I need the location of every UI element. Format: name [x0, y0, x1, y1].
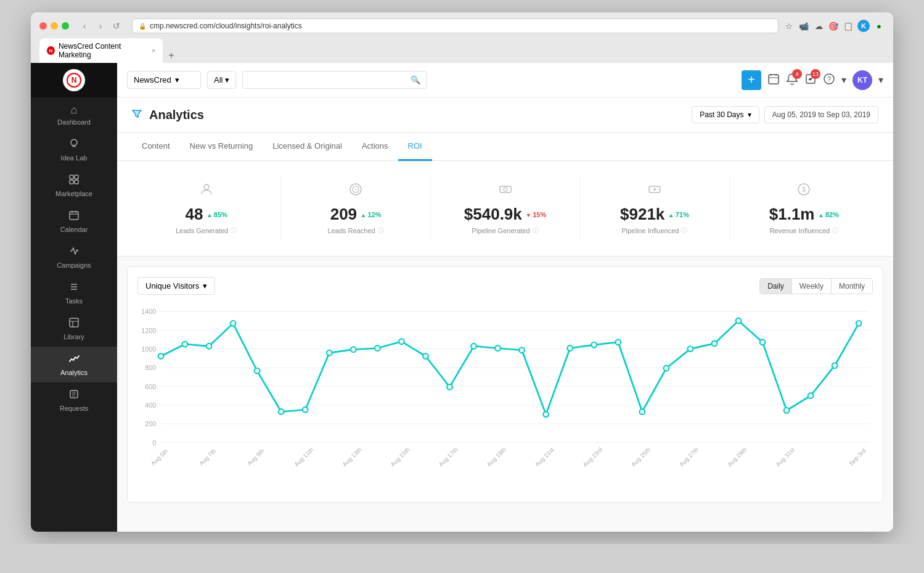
active-tab[interactable]: N NewsCred Content Marketing ×	[39, 38, 163, 63]
close-button[interactable]	[39, 22, 47, 30]
filter-label: All	[214, 75, 223, 85]
chart-metric-dropdown[interactable]: Unique Visitors ▾	[137, 277, 215, 295]
x-label-aug17: Aug 17th	[437, 446, 459, 468]
browser-tabs: N NewsCred Content Marketing × +	[39, 38, 885, 63]
sidebar-item-calendar[interactable]: Calendar	[31, 204, 117, 239]
x-label-aug9: Aug 9th	[246, 447, 266, 467]
svg-point-14	[204, 184, 209, 189]
tab-licensed-original[interactable]: Licensed & Original	[263, 133, 352, 161]
chart-dot-21	[664, 366, 669, 371]
pipeline-inf-label: Pipeline Influenced ⓘ	[621, 226, 687, 235]
revenue-inf-info-icon: ⓘ	[832, 226, 838, 235]
address-bar[interactable]: 🔒 cmp.newscred.com/cloud/insights/roi-an…	[132, 19, 779, 33]
period-monthly[interactable]: Monthly	[832, 279, 872, 294]
sidebar-item-idea-lab[interactable]: Idea Lab	[31, 132, 117, 168]
filter-funnel-icon[interactable]	[132, 109, 142, 121]
pipeline-inf-change: 71%	[668, 211, 689, 218]
leads-reach-label: Leads Reached ⓘ	[328, 226, 384, 235]
chart-dot-9	[375, 345, 380, 351]
sidebar-label-marketplace: Marketplace	[55, 190, 92, 197]
svg-point-21	[653, 188, 656, 191]
org-name: NewsCred	[134, 75, 171, 85]
extension-icon-3[interactable]: 🎯	[828, 20, 839, 31]
svg-rect-4	[75, 175, 78, 179]
y-label-1200: 1200	[141, 327, 156, 334]
chart-dot-20	[639, 409, 645, 414]
tab-roi[interactable]: ROI	[398, 133, 432, 161]
calendar-icon-btn[interactable]	[767, 73, 780, 88]
x-label-aug31: Aug 31st	[774, 446, 796, 468]
notification-badge: 4	[792, 69, 802, 79]
x-label-aug29: Aug 29th	[726, 446, 748, 468]
x-label-sep3: Sep 3rd	[848, 447, 867, 467]
sidebar-item-requests[interactable]: Requests	[31, 382, 117, 418]
sidebar-item-marketplace[interactable]: Marketplace	[31, 168, 117, 204]
tab-close-icon[interactable]: ×	[152, 47, 155, 54]
pipeline-gen-icon	[498, 182, 513, 200]
sidebar-item-dashboard[interactable]: ⌂ Dashboard	[31, 97, 117, 132]
x-label-aug11: Aug 11th	[293, 446, 314, 468]
chart-svg-wrapper: 1400 1200 1000 800 600 400 200 0	[137, 305, 873, 492]
profile-icon[interactable]: K	[857, 20, 870, 32]
back-button[interactable]: ‹	[79, 20, 90, 31]
minimize-button[interactable]	[51, 22, 58, 30]
campaigns-icon	[68, 245, 80, 260]
chart-dot-13	[471, 344, 476, 349]
revenue-inf-label: Revenue Influenced ⓘ	[769, 226, 838, 235]
sidebar-item-tasks[interactable]: Tasks	[31, 275, 117, 311]
marketplace-icon	[68, 174, 80, 188]
extension-icon-5[interactable]: ●	[873, 20, 885, 31]
add-button[interactable]: +	[742, 70, 761, 90]
filter-dropdown[interactable]: All ▾	[207, 71, 236, 89]
chart-dot-18	[591, 342, 597, 348]
chart-dot-5	[279, 409, 284, 414]
metric-pipeline-influenced: $921k 71% Pipeline Influenced ⓘ	[580, 176, 729, 241]
sidebar-item-analytics[interactable]: Analytics	[31, 347, 117, 382]
svg-rect-6	[75, 180, 78, 184]
browser-chrome: ‹ › ↺ 🔒 cmp.newscred.com/cloud/insights/…	[31, 12, 893, 63]
leads-gen-label: Leads Generated ⓘ	[176, 226, 237, 235]
star-icon[interactable]: ☆	[783, 20, 795, 31]
chart-dot-7	[327, 350, 332, 356]
forward-button[interactable]: ›	[95, 20, 106, 31]
user-avatar[interactable]: KT	[852, 70, 872, 90]
content-header: Analytics Past 30 Days ▾ Aug 05, 2019 to…	[117, 97, 893, 133]
leads-reach-icon	[348, 182, 363, 200]
search-box[interactable]: 🔍	[242, 71, 427, 89]
tab-content[interactable]: Content	[132, 133, 180, 161]
period-daily[interactable]: Daily	[760, 279, 792, 294]
sidebar-label-campaigns: Campaigns	[57, 262, 91, 269]
org-selector[interactable]: NewsCred ▾	[127, 71, 201, 89]
pipeline-inf-value: $921k 71%	[620, 205, 689, 224]
y-label-0: 0	[152, 439, 156, 447]
maximize-button[interactable]	[62, 22, 69, 30]
new-tab-button[interactable]: +	[164, 48, 179, 63]
help-icon-btn[interactable]: ?	[823, 73, 835, 88]
refresh-button[interactable]: ↺	[111, 20, 122, 31]
date-range-label: Past 30 Days	[700, 110, 743, 119]
extension-icon-2[interactable]: ☁	[813, 20, 824, 31]
sidebar-item-campaigns[interactable]: Campaigns	[31, 239, 117, 275]
date-range-button[interactable]: Past 30 Days ▾	[692, 106, 759, 123]
chart-dot-16	[543, 412, 549, 418]
chart-dot-27	[808, 393, 814, 398]
search-input[interactable]	[249, 75, 411, 85]
avatar-dropdown-icon[interactable]: ▾	[878, 74, 883, 86]
tasks-icon-btn[interactable]: 13	[804, 73, 817, 88]
x-label-aug13: Aug 13th	[341, 446, 362, 468]
date-controls: Past 30 Days ▾ Aug 05, 2019 to Sep 03, 2…	[692, 106, 878, 123]
settings-dropdown-icon[interactable]: ▾	[841, 74, 846, 86]
svg-rect-3	[70, 175, 73, 179]
tab-actions[interactable]: Actions	[352, 133, 398, 161]
tab-new-vs-returning[interactable]: New vs Returning	[180, 133, 263, 161]
extension-icon-4[interactable]: 📋	[843, 20, 854, 31]
notifications-icon-btn[interactable]: 4	[786, 73, 798, 88]
page-title: Analytics	[149, 108, 692, 122]
chart-dot-12	[447, 384, 452, 390]
period-weekly[interactable]: Weekly	[792, 279, 832, 294]
metrics-row: 48 85% Leads Generated ⓘ	[117, 161, 893, 257]
chart-dot-22	[688, 346, 693, 352]
leads-gen-icon	[199, 182, 214, 200]
sidebar-item-library[interactable]: Library	[31, 311, 117, 347]
extension-icon-1[interactable]: 📹	[798, 20, 809, 31]
